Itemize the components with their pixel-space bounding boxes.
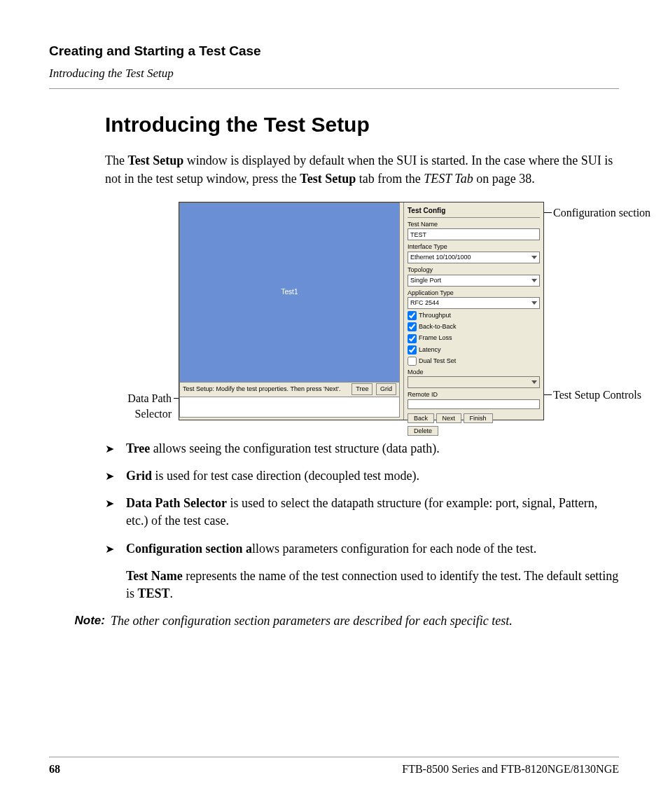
chevron-down-icon	[531, 380, 537, 384]
latency-checkbox[interactable]	[408, 345, 417, 355]
bullet-tree: Tree allows seeing the configuration tes…	[105, 440, 619, 457]
interface-type-select[interactable]: Ethernet 10/100/1000	[408, 252, 540, 263]
intro-paragraph: The Test Setup window is displayed by de…	[105, 152, 619, 187]
section-heading: Introducing the Test Setup	[105, 110, 619, 139]
header-divider	[49, 88, 619, 89]
figure: Configuration section Test Setup Control…	[105, 202, 619, 426]
chapter-title: Creating and Starting a Test Case	[49, 42, 619, 61]
bullet-config-section: Configuration section allows parameters …	[105, 540, 619, 558]
bullet-list: Tree allows seeing the configuration tes…	[105, 440, 619, 558]
screenshot-panel: Test1 Test Setup: Modify the test proper…	[179, 202, 544, 420]
header: Creating and Starting a Test Case Introd…	[49, 42, 619, 89]
grid-button[interactable]: Grid	[376, 383, 396, 395]
tree-button[interactable]: Tree	[352, 383, 373, 395]
mode-select	[408, 376, 540, 388]
note: Note: The other configuration section pa…	[49, 612, 619, 630]
back-to-back-checkbox[interactable]	[408, 322, 417, 331]
test-name-input[interactable]: TEST	[408, 228, 540, 240]
next-button[interactable]: Next	[436, 413, 462, 423]
data-path-selector[interactable]	[179, 397, 400, 418]
back-button[interactable]: Back	[408, 413, 434, 423]
hint-bar: Test Setup: Modify the test properties. …	[179, 383, 400, 397]
callout-config-section: Configuration section	[553, 205, 658, 221]
footer-divider	[49, 757, 619, 757]
page-number: 68	[49, 762, 60, 777]
dual-test-set-checkbox[interactable]	[408, 357, 417, 366]
bullet-data-path-selector: Data Path Selector is used to select the…	[105, 495, 619, 530]
footer: 68 FTB-8500 Series and FTB-8120NGE/8130N…	[49, 762, 619, 777]
chevron-down-icon	[531, 279, 537, 282]
frame-loss-checkbox[interactable]	[408, 334, 417, 343]
callout-data-path-selector: Data Path Selector	[102, 391, 172, 422]
remote-id-input[interactable]	[408, 399, 540, 409]
delete-button[interactable]: Delete	[408, 426, 438, 436]
chevron-down-icon	[531, 301, 537, 305]
product-name: FTB-8500 Series and FTB-8120NGE/8130NGE	[402, 762, 619, 777]
application-type-select[interactable]: RFC 2544	[408, 297, 540, 309]
subsection-title: Introducing the Test Setup	[49, 65, 619, 82]
callout-test-setup-controls: Test Setup Controls	[553, 387, 658, 403]
chevron-down-icon	[531, 256, 537, 259]
note-label: Note:	[49, 612, 111, 630]
test-canvas[interactable]: Test1	[179, 202, 400, 383]
throughput-checkbox[interactable]	[408, 311, 417, 320]
finish-button[interactable]: Finish	[464, 413, 493, 423]
note-text: The other configuration section paramete…	[111, 612, 619, 630]
wizard-controls: Back Next Finish Delete	[408, 413, 540, 436]
config-panel: Test Config Test Name TEST Interface Typ…	[403, 202, 543, 420]
topology-select[interactable]: Single Port	[408, 275, 540, 287]
config-title: Test Config	[408, 205, 540, 218]
bullet-grid: Grid is used for test case direction (de…	[105, 467, 619, 485]
test-name-paragraph: Test Name represents the name of the tes…	[126, 567, 619, 603]
